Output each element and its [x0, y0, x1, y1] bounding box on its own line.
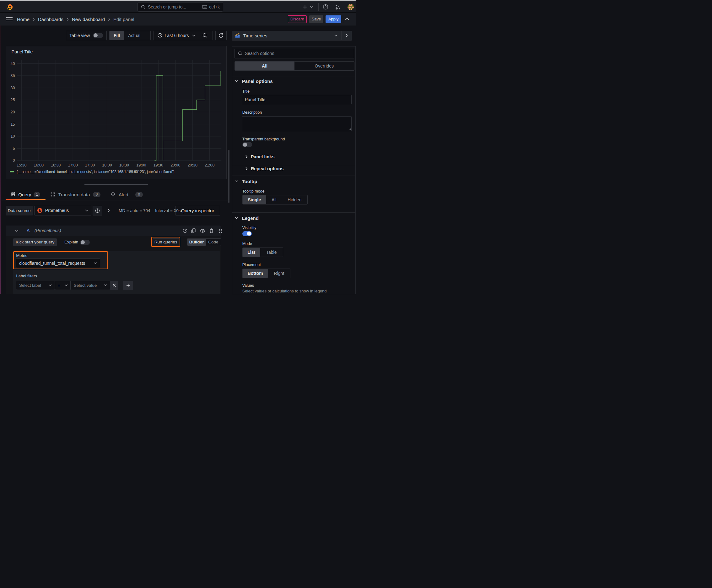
svg-text:19:30: 19:30 [153, 163, 163, 167]
svg-text:19:00: 19:00 [136, 163, 146, 167]
svg-text:18:30: 18:30 [119, 163, 129, 167]
svg-text:18:00: 18:00 [102, 163, 112, 167]
svg-text:15: 15 [10, 122, 15, 126]
svg-text:40: 40 [10, 61, 15, 66]
svg-text:16:00: 16:00 [34, 163, 44, 167]
svg-text:21:00: 21:00 [205, 163, 214, 167]
svg-text:17:00: 17:00 [68, 163, 78, 167]
svg-text:20: 20 [10, 110, 15, 114]
svg-text:25: 25 [10, 98, 15, 102]
svg-text:16:30: 16:30 [51, 163, 61, 167]
svg-text:15:30: 15:30 [17, 163, 26, 167]
svg-text:5: 5 [13, 146, 15, 150]
svg-text:{__name__="cloudflared_tunnel_: {__name__="cloudflared_tunnel_total_requ… [16, 170, 175, 174]
svg-text:10: 10 [10, 134, 15, 139]
svg-text:20:00: 20:00 [170, 163, 180, 167]
svg-text:17:30: 17:30 [85, 163, 95, 167]
svg-text:0: 0 [13, 158, 15, 163]
svg-text:30: 30 [10, 85, 15, 90]
svg-text:20:30: 20:30 [188, 163, 197, 167]
svg-text:35: 35 [10, 74, 15, 78]
